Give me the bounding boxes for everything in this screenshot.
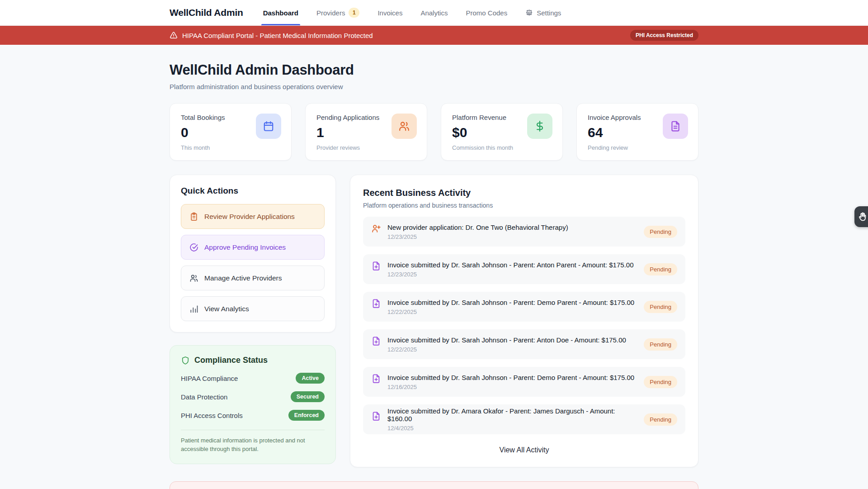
manage-active-providers-button[interactable]: Manage Active Providers [181,266,325,290]
activity-text: Invoice submitted by Dr. Amara Okafor - … [387,407,637,423]
file-plus-icon [371,411,381,421]
stat-sublabel: This month [181,144,280,151]
file-plus-icon [371,261,381,271]
activity-text: New provider application: Dr. One Two (B… [387,223,637,231]
activity-title: Recent Business Activity [363,188,685,198]
clipboard-icon [189,212,198,221]
tab-analytics[interactable]: Analytics [420,0,448,25]
stat-sublabel: Commission this month [452,144,552,151]
approve-pending-invoices-button[interactable]: Approve Pending Invoices [181,235,325,260]
activity-row: Invoice submitted by Dr. Sarah Johnson -… [363,292,685,322]
compliance-label: PHI Access Controls [181,412,243,419]
dollar-icon [527,114,552,139]
alert-panel-partial [170,481,698,489]
activity-row: Invoice submitted by Dr. Sarah Johnson -… [363,254,685,284]
tab-dashboard-label: Dashboard [263,9,298,17]
page-title: WellChild Admin Dashboard [170,62,698,78]
activity-subtitle: Platform operations and business transac… [363,202,685,209]
compliance-label: Data Protection [181,393,227,401]
top-nav: WellChild Admin Dashboard Providers1 Inv… [0,0,868,26]
activity-text: Invoice submitted by Dr. Sarah Johnson -… [387,336,637,344]
activity-date: 12/23/2025 [387,271,637,278]
compliance-row: Data Protection Secured [181,391,325,402]
stat-card-platform-revenue: Platform Revenue $0 Commission this mont… [441,103,563,161]
stat-sublabel: Provider reviews [316,144,416,151]
compliance-row: PHI Access Controls Enforced [181,410,325,421]
action-label: View Analytics [204,305,249,313]
compliance-title: Compliance Status [194,356,268,365]
hipaa-banner: HIPAA Compliant Portal - Patient Medical… [0,26,868,45]
activity-date: 12/16/2025 [387,384,637,390]
action-label: Approve Pending Invoices [204,243,286,252]
tab-settings-label: Settings [537,9,561,17]
activity-row: New provider application: Dr. One Two (B… [363,217,685,247]
activity-date: 12/23/2025 [387,233,637,240]
file-icon [663,114,688,139]
phi-access-badge: PHI Access Restricted [630,30,698,41]
user-plus-icon [371,223,381,233]
recent-activity-panel: Recent Business Activity Platform operat… [350,175,698,467]
pending-badge: Pending [644,376,677,388]
users-icon [189,274,198,283]
file-plus-icon [371,374,381,384]
stat-sublabel: Pending review [588,144,687,151]
status-badge: Active [296,373,325,384]
stat-card-total-bookings: Total Bookings 0 This month [170,103,292,161]
tab-promo-codes[interactable]: Promo Codes [466,0,507,25]
activity-date: 12/22/2025 [387,309,637,315]
gear-icon [525,9,533,17]
stat-card-pending-applications: Pending Applications 1 Provider reviews [305,103,427,161]
file-plus-icon [371,299,381,309]
review-provider-applications-button[interactable]: Review Provider Applications [181,204,325,229]
compliance-note: Patient medical information is protected… [181,437,325,454]
activity-date: 12/4/2025 [387,425,637,432]
status-badge: Secured [291,391,325,402]
tab-dashboard[interactable]: Dashboard [263,0,298,25]
hand-icon [858,212,868,222]
warning-icon [170,31,178,39]
stat-card-invoice-approvals: Invoice Approvals 64 Pending review [576,103,698,161]
accessibility-widget-button[interactable] [854,206,868,227]
tab-invoices-label: Invoices [377,9,402,17]
tab-providers-label: Providers [316,9,345,17]
brand: WellChild Admin [170,7,243,18]
shield-icon [181,356,190,365]
activity-row: Invoice submitted by Dr. Sarah Johnson -… [363,367,685,397]
action-label: Review Provider Applications [204,213,295,221]
tab-promo-codes-label: Promo Codes [466,9,507,17]
pending-badge: Pending [644,226,677,238]
pending-badge: Pending [644,263,677,275]
tab-providers[interactable]: Providers1 [316,0,359,25]
quick-actions-panel: Quick Actions Review Provider Applicatio… [170,175,336,332]
page-subtitle: Platform administration and business ope… [170,83,698,90]
compliance-row: HIPAA Compliance Active [181,373,325,384]
pending-badge: Pending [644,301,677,313]
hipaa-banner-text: HIPAA Compliant Portal - Patient Medical… [182,32,373,39]
activity-date: 12/22/2025 [387,346,637,353]
pending-badge: Pending [644,413,677,426]
divider [181,430,325,430]
stats-row: Total Bookings 0 This month Pending Appl… [170,103,698,161]
calendar-icon [256,114,281,139]
quick-actions-title: Quick Actions [181,186,325,196]
status-badge: Enforced [288,410,325,421]
activity-text: Invoice submitted by Dr. Sarah Johnson -… [387,299,637,306]
view-analytics-button[interactable]: View Analytics [181,296,325,321]
bar-chart-icon [189,304,198,313]
view-all-activity-link[interactable]: View All Activity [500,446,549,454]
providers-count-badge: 1 [349,8,359,18]
compliance-status-panel: Compliance Status HIPAA Compliance Activ… [170,345,336,464]
tab-invoices[interactable]: Invoices [377,0,402,25]
check-circle-icon [189,243,198,252]
pending-badge: Pending [644,338,677,351]
tab-analytics-label: Analytics [420,9,448,17]
activity-row: Invoice submitted by Dr. Sarah Johnson -… [363,329,685,359]
tab-settings[interactable]: Settings [525,0,561,25]
nav-tabs: Dashboard Providers1 Invoices Analytics … [263,0,561,25]
file-plus-icon [371,336,381,346]
activity-text: Invoice submitted by Dr. Sarah Johnson -… [387,261,637,269]
compliance-label: HIPAA Compliance [181,375,238,382]
users-icon [392,114,417,139]
activity-text: Invoice submitted by Dr. Sarah Johnson -… [387,374,637,381]
action-label: Manage Active Providers [204,274,282,282]
